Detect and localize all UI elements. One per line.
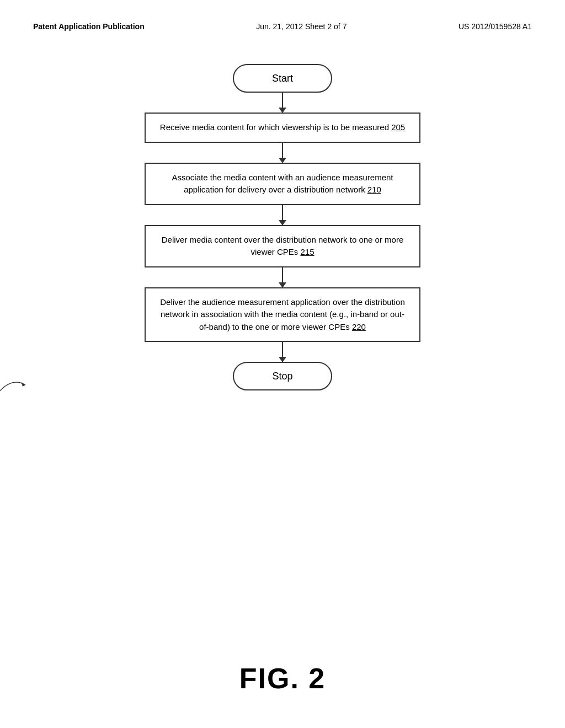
box4-ref: 220 <box>352 322 366 331</box>
patent-number-label: US 2012/0159528 A1 <box>459 22 532 31</box>
box1-ref: 205 <box>391 122 405 132</box>
box3-text: Deliver media content over the distribut… <box>157 234 408 259</box>
page-header: Patent Application Publication Jun. 21, … <box>33 22 532 31</box>
box-3: Deliver media content over the distribut… <box>145 225 420 267</box>
curved-arrow-icon <box>0 374 28 396</box>
box2-text: Associate the media content with an audi… <box>157 172 408 196</box>
arrow-1 <box>282 93 283 113</box>
diagram-label-container: 200 <box>0 374 28 396</box>
box-4: Deliver the audience measurement applica… <box>145 287 420 342</box>
arrow-2 <box>282 143 283 163</box>
arrow-3 <box>282 205 283 225</box>
box4-text: Deliver the audience measurement applica… <box>157 296 408 334</box>
box1-text: Receive media content for which viewersh… <box>160 121 405 134</box>
figure-caption: FIG. 2 <box>239 662 326 695</box>
publication-label: Patent Application Publication <box>33 22 145 31</box>
stop-shape: Stop <box>233 362 332 390</box>
page: Patent Application Publication Jun. 21, … <box>0 0 565 728</box>
arrow-4 <box>282 267 283 287</box>
stop-label: Stop <box>272 371 292 382</box>
start-shape: Start <box>233 64 332 93</box>
date-sheet-label: Jun. 21, 2012 Sheet 2 of 7 <box>256 22 347 31</box>
start-label: Start <box>272 73 293 84</box>
box2-ref: 210 <box>367 185 381 194</box>
box-2: Associate the media content with an audi… <box>145 163 420 205</box>
flowchart: Start Receive media content for which vi… <box>145 64 420 390</box>
box-1: Receive media content for which viewersh… <box>145 113 420 143</box>
flowchart-wrapper: Start Receive media content for which vi… <box>33 64 532 390</box>
box3-ref: 215 <box>301 247 315 256</box>
arrow-5 <box>282 342 283 362</box>
